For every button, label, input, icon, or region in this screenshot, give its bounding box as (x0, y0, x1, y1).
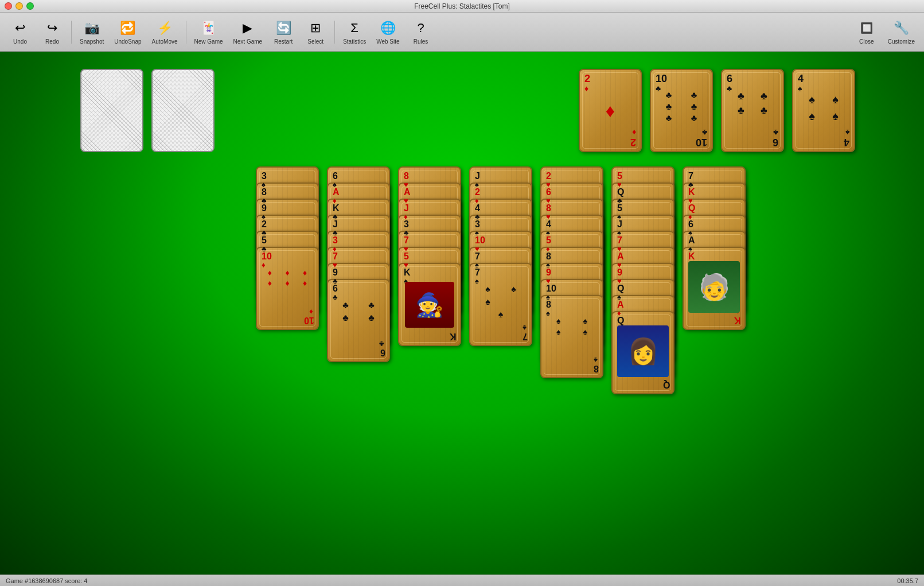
undo-button[interactable]: ↩ Undo (5, 17, 36, 47)
customize-button[interactable]: 🔧 Customize (883, 17, 919, 47)
column-6: 5 ♥ Q ♣ 5 ♠ J ♠ 7 ♥ A ♥ (611, 166, 675, 442)
restart-icon: 🔄 (274, 19, 293, 37)
statusbar: Game #1638690687 score: 4 00:35.7 (0, 575, 924, 586)
undo-icon: ↩ (11, 19, 29, 37)
close-window-button[interactable] (5, 2, 12, 10)
redo-button[interactable]: ↪ Redo (37, 17, 68, 47)
card-7s-bottom[interactable]: 7 ♠ 7 ♠ ♠ ♠ ♠ ♠ (469, 263, 532, 346)
window-title: FreeCell Plus: Stalactites [Tom] (414, 2, 510, 10)
snapshot-button[interactable]: 📷 Snapshot (75, 17, 108, 47)
column-1: .sc { position:absolute; width:110px; he… (256, 166, 319, 442)
column-7: 7 ♣ K ♥ Q ♦ 6 ♠ A ♠ K ♦ K (683, 166, 746, 442)
card-8s-bottom[interactable]: 8 ♠ 8 ♠ ♠ ♠ ♠ ♠ (540, 295, 603, 378)
restart-button[interactable]: 🔄 Restart (268, 17, 299, 47)
column-4: J ♠ 2 ♦ 4 ♣ 3 ♠ 10 ♥ 7 ♠ (469, 166, 532, 442)
website-icon: 🌐 (379, 19, 397, 37)
toolbar: ↩ Undo ↪ Redo 📷 Snapshot 🔁 UndoSnap ⚡ Au… (0, 13, 924, 52)
undosnap-button[interactable]: 🔁 UndoSnap (110, 17, 146, 47)
game-area: 2 ♦ 2 ♦ ♦ 10 ♣ 10 ♣ ♣ ♣ ♣ ♣ ♣ ♣ 6 ♣ 6 (0, 52, 924, 575)
foundation-1[interactable]: 2 ♦ 2 ♦ ♦ (579, 69, 642, 152)
foundation-2[interactable]: 10 ♣ 10 ♣ ♣ ♣ ♣ ♣ ♣ ♣ (650, 69, 713, 152)
statistics-button[interactable]: Σ Statistics (338, 17, 371, 47)
foundation-3[interactable]: 6 ♣ 6 ♣ ♣ ♣ ♣ ♣ (721, 69, 784, 152)
nextgame-icon: ▶ (239, 19, 257, 37)
redo-icon: ↪ (43, 19, 61, 37)
card-6c-bottom[interactable]: 6 ♣ 6 ♣ ♣ ♣ ♣ ♣ (327, 279, 390, 362)
website-button[interactable]: 🌐 Web Site (372, 17, 404, 47)
close-icon: 🔲 (857, 19, 876, 37)
rules-button[interactable]: ? Rules (406, 17, 436, 47)
snapshot-icon: 📷 (83, 19, 101, 37)
freecell-2[interactable] (151, 69, 215, 152)
card-kd-face[interactable]: K ♦ K ♦ 🧓 (683, 247, 746, 330)
newgame-button[interactable]: 🃏 New Game (190, 17, 228, 47)
separator-3 (334, 21, 335, 44)
card-10d-bottom[interactable]: 10 ♦ 10 ♦ ♦ ♦ ♦ ♦ ♦ ♦ (256, 247, 319, 330)
freecell-1[interactable] (80, 69, 143, 152)
foundation-4[interactable]: 4 ♠ 4 ♠ ♠ ♠ ♠ ♠ (792, 69, 855, 152)
separator-2 (186, 21, 186, 44)
card-qs-face[interactable]: Q ♠ Q 👩 (611, 311, 675, 394)
timer: 00:35.7 (897, 577, 918, 584)
foundations: 2 ♦ 2 ♦ ♦ 10 ♣ 10 ♣ ♣ ♣ ♣ ♣ ♣ ♣ 6 ♣ 6 (579, 69, 855, 152)
rules-icon: ? (412, 19, 430, 37)
statistics-icon: Σ (345, 19, 364, 37)
game-info: Game #1638690687 score: 4 (6, 577, 88, 584)
minimize-window-button[interactable] (15, 2, 23, 10)
nextgame-button[interactable]: ▶ Next Game (229, 17, 267, 47)
automove-button[interactable]: ⚡ AutoMove (147, 17, 182, 47)
select-button[interactable]: ⊞ Select (300, 17, 331, 47)
column-3: 8 ♥ A ♥ J ♦ 3 ♣ 7 ♥ 5 ♥ (398, 166, 461, 442)
select-icon: ⊞ (306, 19, 325, 37)
column-2: 6 ♠ A ♦ K ♣ J ♣ 3 ♦ 7 ♥ (327, 166, 390, 442)
separator-1 (71, 21, 72, 44)
freecells (80, 69, 215, 152)
undosnap-icon: 🔁 (119, 19, 137, 37)
automove-icon: ⚡ (155, 19, 174, 37)
window-controls (5, 2, 34, 10)
maximize-window-button[interactable] (26, 2, 34, 10)
columns: .sc { position:absolute; width:110px; he… (77, 166, 924, 442)
titlebar: FreeCell Plus: Stalactites [Tom] (0, 0, 924, 13)
card-ks-face[interactable]: K ♠ K 🧙 (398, 263, 461, 346)
close-button[interactable]: 🔲 Close (851, 17, 882, 47)
column-5: 2 ♥ 6 ♥ 8 ♥ 4 ♠ 5 ♦ 8 ♠ (540, 166, 603, 442)
customize-icon: 🔧 (892, 19, 910, 37)
newgame-icon: 🃏 (200, 19, 218, 37)
